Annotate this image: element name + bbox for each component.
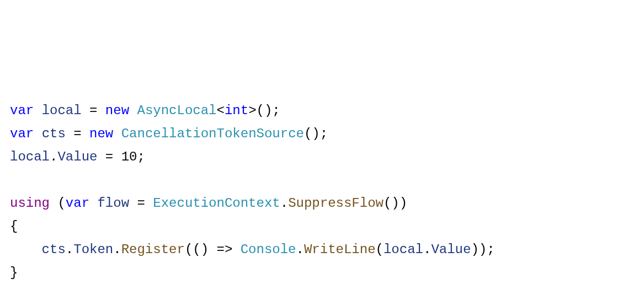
property-value: Value: [431, 242, 471, 257]
number-literal: 10: [121, 149, 137, 164]
identifier-cts: cts: [42, 242, 66, 257]
dot: .: [423, 242, 431, 257]
code-line-6: {: [10, 219, 18, 234]
parens: ()): [384, 196, 407, 211]
operator-equals: =: [129, 196, 153, 211]
type-console: Console: [241, 242, 296, 257]
lambda-parens: (): [193, 242, 209, 257]
dot: .: [280, 196, 288, 211]
brace-close: }: [10, 265, 18, 280]
code-line-8: }: [10, 265, 18, 280]
keyword-using: using: [10, 196, 50, 211]
code-line-5: using (var flow = ExecutionContext.Suppr…: [10, 196, 407, 211]
code-line-7: cts.Token.Register(() => Console.WriteLi…: [10, 242, 495, 257]
property-value: Value: [57, 149, 97, 164]
brace-open: {: [10, 219, 18, 234]
method-writeline: WriteLine: [304, 242, 376, 257]
keyword-var: var: [66, 196, 89, 211]
space-lparen: (: [50, 196, 66, 211]
code-line-2: var cts = new CancellationTokenSource();: [10, 126, 328, 141]
type-asynclocal: AsyncLocal: [137, 103, 216, 118]
identifier-flow: flow: [97, 196, 129, 211]
lparen: (: [185, 242, 193, 257]
dot: .: [66, 242, 73, 257]
identifier-local: local: [384, 242, 423, 257]
code-snippet: var local = new AsyncLocal<int>(); var c…: [10, 99, 634, 284]
code-line-3: local.Value = 10;: [10, 149, 145, 164]
identifier-local: local: [42, 103, 82, 118]
keyword-var: var: [10, 126, 34, 141]
identifier-local: local: [10, 149, 50, 164]
lambda-arrow: =>: [209, 242, 241, 257]
method-suppressflow: SuppressFlow: [288, 196, 384, 211]
keyword-new: new: [89, 126, 113, 141]
dot: .: [113, 242, 121, 257]
type-executioncontext: ExecutionContext: [153, 196, 280, 211]
dot: .: [296, 242, 304, 257]
lparen: (: [376, 242, 384, 257]
parens-semi: ();: [257, 103, 280, 118]
dot: .: [50, 149, 57, 164]
semicolon: ;: [137, 149, 145, 164]
keyword-new: new: [105, 103, 129, 118]
property-token: Token: [73, 242, 113, 257]
keyword-int: int: [225, 103, 248, 118]
rparen-semi: ));: [471, 242, 494, 257]
identifier-cts: cts: [42, 126, 66, 141]
method-register: Register: [121, 242, 185, 257]
type-cancellationtokensource: CancellationTokenSource: [121, 126, 304, 141]
indent: [10, 242, 42, 257]
operator-equals: =: [89, 103, 97, 118]
operator-equals: =: [73, 126, 81, 141]
keyword-var: var: [10, 103, 34, 118]
parens-semi: ();: [304, 126, 328, 141]
operator-equals: =: [97, 149, 121, 164]
angle-close: >: [248, 103, 256, 118]
code-line-1: var local = new AsyncLocal<int>();: [10, 103, 280, 118]
angle-open: <: [217, 103, 225, 118]
